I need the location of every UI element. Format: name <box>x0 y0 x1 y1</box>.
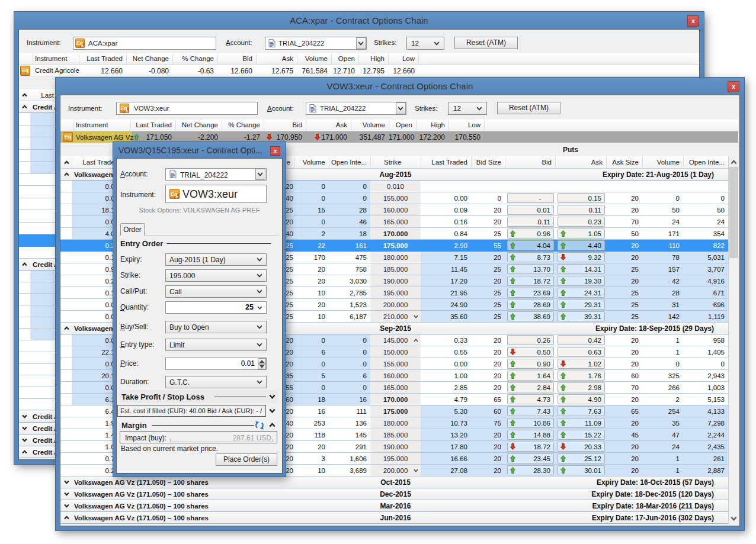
svg-text:o: o <box>176 194 179 199</box>
svg-text:o: o <box>81 44 84 48</box>
svg-text:o: o <box>126 109 129 113</box>
